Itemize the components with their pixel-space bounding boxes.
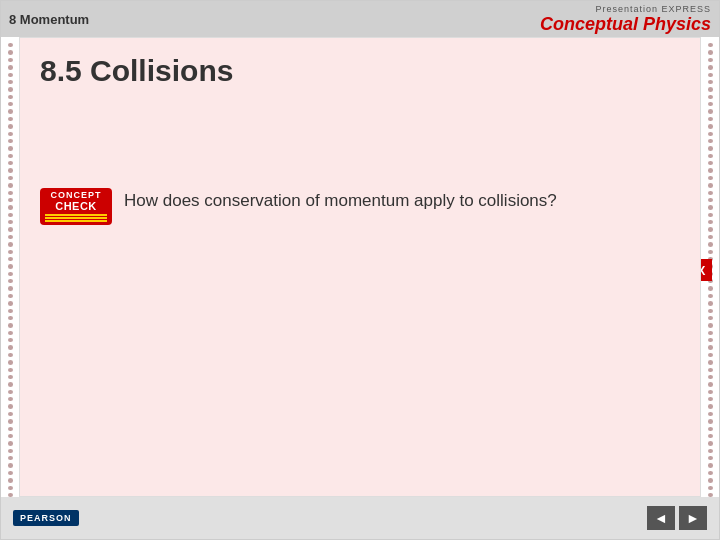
- dot: [8, 463, 13, 467]
- dot: [8, 345, 13, 349]
- dot: [8, 154, 13, 158]
- dot: [708, 213, 713, 217]
- dot: [8, 286, 13, 290]
- dots-left-decoration: [1, 37, 19, 497]
- dot: [708, 198, 713, 202]
- dot: [708, 294, 713, 298]
- dot: [8, 257, 13, 261]
- dot: [708, 43, 713, 47]
- dot: [8, 419, 13, 423]
- dot: [708, 191, 713, 195]
- dot: [708, 139, 713, 143]
- dot: [8, 213, 13, 217]
- dot: [8, 58, 13, 62]
- top-bar: 8 Momentum Presentation EXPRESS Conceptu…: [1, 1, 719, 37]
- dot: [8, 309, 13, 313]
- concept-check-badge: CONCEPT CHECK: [40, 188, 112, 225]
- dot: [708, 338, 713, 342]
- dot: [8, 404, 13, 408]
- dot: [8, 486, 13, 490]
- dot: [8, 375, 13, 379]
- dot: [708, 486, 713, 490]
- dot: [708, 419, 713, 423]
- dot: [708, 375, 713, 379]
- dot: [708, 316, 713, 320]
- concept-check-area: CONCEPT CHECK How does conservation of m…: [40, 188, 680, 225]
- bottom-bar: PEARSON ◄ ►: [1, 497, 719, 539]
- nav-back-button[interactable]: ◄: [647, 506, 675, 530]
- dot: [708, 441, 713, 445]
- dot: [708, 65, 713, 69]
- dot: [8, 80, 13, 84]
- dot: [8, 124, 13, 128]
- dot: [708, 183, 713, 187]
- dot: [8, 109, 13, 113]
- dot: [8, 50, 13, 54]
- dot: [708, 73, 713, 77]
- dot: [708, 404, 713, 408]
- dot: [708, 390, 713, 394]
- nav-forward-button[interactable]: ►: [679, 506, 707, 530]
- dot: [8, 191, 13, 195]
- dot: [708, 471, 713, 475]
- pe-large-text: Conceptual Physics: [540, 14, 711, 35]
- dot: [708, 109, 713, 113]
- dot: [8, 102, 13, 106]
- dot: [8, 353, 13, 357]
- dot: [708, 124, 713, 128]
- dot: [708, 345, 713, 349]
- dot: [8, 235, 13, 239]
- dot: [708, 309, 713, 313]
- dot: [708, 80, 713, 84]
- dot: [8, 227, 13, 231]
- dot: [8, 161, 13, 165]
- dot: [708, 50, 713, 54]
- concept-check-question: How does conservation of momentum apply …: [124, 188, 557, 214]
- dot: [708, 132, 713, 136]
- dot: [8, 434, 13, 438]
- dot: [8, 390, 13, 394]
- dot: [708, 456, 713, 460]
- dot: [708, 382, 713, 386]
- main-window: 8 Momentum Presentation EXPRESS Conceptu…: [0, 0, 720, 540]
- dot: [8, 412, 13, 416]
- dot: [708, 117, 713, 121]
- dot: [8, 272, 13, 276]
- dot: [708, 463, 713, 467]
- dot: [8, 242, 13, 246]
- dot: [708, 102, 713, 106]
- dot: [8, 250, 13, 254]
- content-area: 8.5 Collisions CONCEPT CHECK How does co…: [1, 37, 719, 497]
- dot: [8, 73, 13, 77]
- dot: [708, 353, 713, 357]
- pe-small-text: Presentation EXPRESS: [540, 4, 711, 14]
- dot: [708, 58, 713, 62]
- dot: [708, 331, 713, 335]
- dot: [8, 360, 13, 364]
- cc-lines: [45, 214, 107, 223]
- dot: [8, 264, 13, 268]
- dot: [708, 227, 713, 231]
- dot: [8, 279, 13, 283]
- pearson-logo: PEARSON: [13, 510, 79, 526]
- cc-line-3: [45, 220, 107, 222]
- dot: [708, 154, 713, 158]
- dot: [8, 95, 13, 99]
- section-number: 8.5: [40, 54, 90, 87]
- dot: [708, 301, 713, 305]
- dot: [8, 427, 13, 431]
- dot: [8, 117, 13, 121]
- dot: [8, 338, 13, 342]
- logo-area: Presentation EXPRESS Conceptual Physics …: [540, 4, 711, 35]
- dot: [708, 146, 713, 150]
- dot: [8, 205, 13, 209]
- dot: [8, 323, 13, 327]
- dot: [8, 456, 13, 460]
- dot: [708, 205, 713, 209]
- dot: [8, 301, 13, 305]
- cc-concept-label: CONCEPT: [50, 190, 101, 200]
- dot: [708, 323, 713, 327]
- dot: [8, 316, 13, 320]
- dot: [708, 95, 713, 99]
- section-name: Collisions: [90, 54, 233, 87]
